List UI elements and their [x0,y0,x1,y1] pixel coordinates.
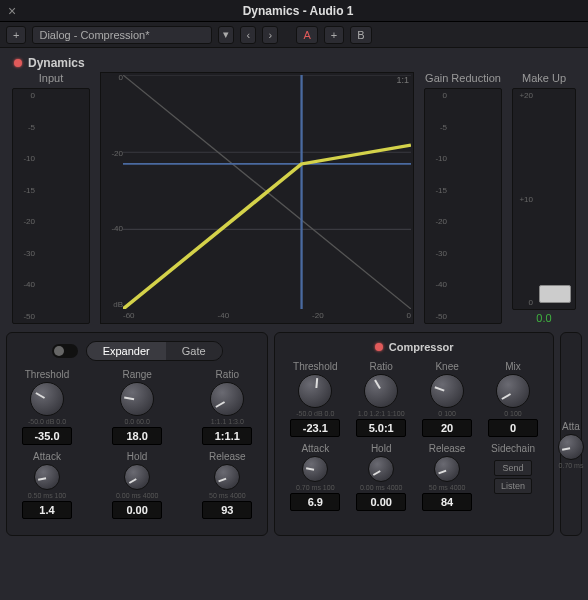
dynamics-enable-led[interactable] [14,59,22,67]
knob-value[interactable]: 20 [422,419,472,437]
compressor-enable-led[interactable] [375,343,383,351]
ratio-knob[interactable] [364,374,398,408]
next-preset-button[interactable]: › [262,26,278,44]
knob-label: Ratio [370,361,393,372]
tab-expander[interactable]: Expander [87,342,166,360]
attack-knob[interactable] [302,456,328,482]
dynamics-transfer-graph: 1:1 0-20 -40dB -60-40 -200 [100,72,414,324]
knob-value[interactable]: 84 [422,493,472,511]
makeup-value: 0.0 [512,312,576,324]
tab-gate[interactable]: Gate [166,342,222,360]
input-meter: 0-5 -10-15 -20-30 -40-50 [12,88,90,324]
attack-knob[interactable] [34,464,60,490]
gain-reduction-meter: 0-5 -10-15 -20-30 -40-50 [424,88,502,324]
knob-label: Attack [301,443,329,454]
expander-enable-toggle[interactable] [52,344,78,358]
knob-range: -50.0 dB 0.0 [28,418,66,425]
knob-label: Threshold [293,361,337,372]
knob-range: 0.00 ms 4000 [360,484,402,491]
hold-knob[interactable] [124,464,150,490]
knob-range: 0 100 [438,410,456,417]
knob-label: Hold [371,443,392,454]
knee-knob[interactable] [430,374,464,408]
knob-value[interactable]: 0.00 [356,493,406,511]
makeup-label: Make Up [512,72,576,84]
knob-range: 1:1.1 1:3.0 [211,418,244,425]
knob-label: Attack [33,451,61,462]
range-knob[interactable] [120,382,154,416]
section-title: Dynamics [28,56,85,70]
preset-dropdown[interactable]: Dialog - Compression* [32,26,212,44]
sidechain-send-button[interactable]: Send [494,460,532,476]
ratio-knob[interactable] [210,382,244,416]
knob-range: 50 ms 4000 [429,484,466,491]
knob-label: Ratio [216,369,239,380]
release-knob[interactable] [214,464,240,490]
compare-plus-button[interactable]: + [324,26,344,44]
release-knob[interactable] [434,456,460,482]
knob-range: 0.0 60.0 [124,418,149,425]
knob-value[interactable]: 0 [488,419,538,437]
sidechain-label: Sidechain [491,443,535,454]
knob-range: 0.70 ms 100 [296,484,335,491]
gr-meter-label: Gain Reduction [424,72,502,84]
mix-knob[interactable] [496,374,530,408]
window-title: Dynamics - Audio 1 [16,4,580,18]
knob-value[interactable]: 1:1.1 [202,427,252,445]
knob-label: Release [209,451,246,462]
knob-label: Hold [127,451,148,462]
atta-knob[interactable] [558,434,584,460]
knob-range: 0.00 ms 4000 [116,492,158,499]
knob-label: Knee [435,361,458,372]
hold-knob[interactable] [368,456,394,482]
threshold-knob[interactable] [30,382,64,416]
knob-value[interactable]: 93 [202,501,252,519]
knob-value[interactable]: 6.9 [290,493,340,511]
compare-a-button[interactable]: A [296,26,317,44]
expander-panel: Expander Gate Threshold-50.0 dB 0.0-35.0… [6,332,268,536]
knob-label: Mix [505,361,521,372]
knob-value[interactable]: 18.0 [112,427,162,445]
limiter-panel: Atta 0.70 ms [560,332,582,536]
atta-label: Atta [562,421,580,432]
knob-range: 50 ms 4000 [209,492,246,499]
threshold-knob[interactable] [298,374,332,408]
sidechain-listen-button[interactable]: Listen [494,478,532,494]
knob-value[interactable]: 5.0:1 [356,419,406,437]
knob-range: -50.0 dB 0.0 [296,410,334,417]
makeup-gain-slider[interactable]: +20 +10 0 [512,88,576,310]
knob-label: Threshold [25,369,69,380]
compressor-title: Compressor [389,341,454,353]
knob-range: 0.50 ms 100 [28,492,67,499]
makeup-thumb[interactable] [539,285,571,303]
knob-label: Release [429,443,466,454]
close-icon[interactable]: × [8,3,16,19]
knob-range: 1.0 1.2:1 1:100 [358,410,405,417]
preset-name: Dialog - Compression* [39,29,149,41]
knob-value[interactable]: -35.0 [22,427,72,445]
knob-label: Range [122,369,151,380]
add-preset-button[interactable]: + [6,26,26,44]
prev-preset-button[interactable]: ‹ [240,26,256,44]
knob-value[interactable]: 1.4 [22,501,72,519]
knob-range: 0 100 [504,410,522,417]
knob-value[interactable]: -23.1 [290,419,340,437]
compressor-panel: Compressor Threshold-50.0 dB 0.0-23.1Rat… [274,332,554,536]
knob-value[interactable]: 0.00 [112,501,162,519]
compare-b-button[interactable]: B [350,26,371,44]
preset-chevron-icon[interactable]: ▾ [218,26,234,44]
input-meter-label: Input [12,72,90,84]
